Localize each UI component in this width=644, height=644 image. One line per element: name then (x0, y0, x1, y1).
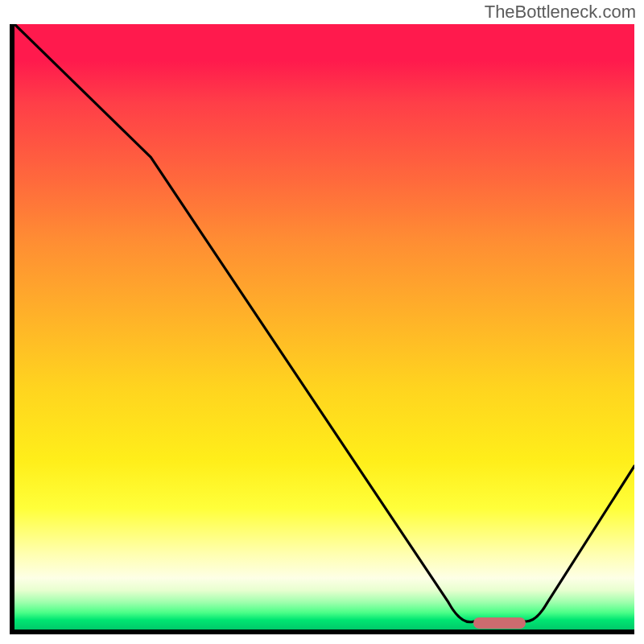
bottleneck-curve (14, 24, 634, 630)
optimal-range-marker (473, 617, 526, 629)
watermark-text: TheBottleneck.com (485, 2, 636, 23)
chart-area (10, 24, 634, 634)
